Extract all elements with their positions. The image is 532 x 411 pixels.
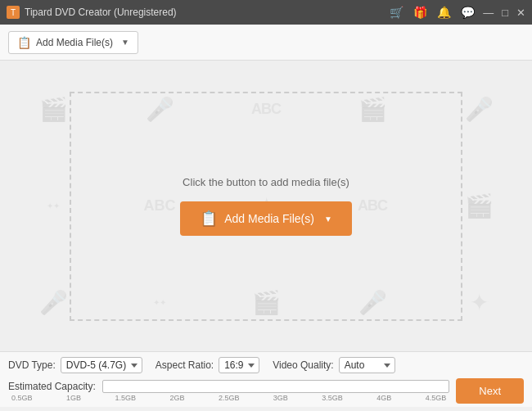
title-bar: T Tipard DVD Creator (Unregistered) 🛒 🎁 … xyxy=(0,0,532,25)
tick-3gb: 3GB xyxy=(273,394,288,402)
chat-icon[interactable]: 💬 xyxy=(461,6,475,19)
drop-zone: Click the button to add media file(s) 📋 … xyxy=(70,92,462,321)
app-title: Tipard DVD Creator (Unregistered) xyxy=(25,7,177,18)
maximize-button[interactable]: □ xyxy=(502,7,508,19)
capacity-section: Estimated Capacity: 0.5GB 1GB 1.5GB 2GB … xyxy=(8,380,449,402)
dvd-type-select[interactable]: DVD-5 (4.7G) DVD-9 (8.5G) xyxy=(61,357,142,373)
capacity-label: Estimated Capacity: xyxy=(8,381,96,392)
tick-0.5gb: 0.5GB xyxy=(11,394,33,402)
tick-1.5gb: 1.5GB xyxy=(115,394,136,402)
add-media-button[interactable]: 📋 Add Media File(s) ▼ xyxy=(8,31,138,54)
aspect-ratio-label: Aspect Ratio: xyxy=(156,359,214,371)
video-quality-label: Video Quality: xyxy=(273,359,334,371)
video-quality-group: Video Quality: Auto High Medium Low xyxy=(273,357,395,373)
drop-zone-text: Click the button to add media file(s) xyxy=(183,176,349,188)
gift-icon[interactable]: 🎁 xyxy=(413,6,427,19)
add-media-big-icon: 📋 xyxy=(200,210,218,228)
tick-3.5gb: 3.5GB xyxy=(322,394,343,402)
tick-1gb: 1GB xyxy=(66,394,81,402)
add-media-icon: 📋 xyxy=(17,36,31,49)
bottom-controls: Estimated Capacity: 0.5GB 1GB 1.5GB 2GB … xyxy=(8,378,524,404)
capacity-row: Estimated Capacity: xyxy=(8,380,449,393)
aspect-ratio-group: Aspect Ratio: 16:9 4:3 xyxy=(156,357,259,373)
add-media-big-label: Add Media File(s) xyxy=(224,212,314,225)
tick-2.5gb: 2.5GB xyxy=(219,394,240,402)
cart-icon[interactable]: 🛒 xyxy=(390,6,404,19)
add-media-big-button[interactable]: 📋 Add Media File(s) ▼ xyxy=(180,201,352,236)
toolbar: 📋 Add Media File(s) ▼ xyxy=(0,25,532,61)
title-bar-controls: — □ ✕ xyxy=(483,7,525,19)
settings-row: DVD Type: DVD-5 (4.7G) DVD-9 (8.5G) Aspe… xyxy=(8,357,524,373)
video-quality-select[interactable]: Auto High Medium Low xyxy=(339,357,395,373)
bell-icon[interactable]: 🔔 xyxy=(437,6,451,19)
bottom-bar: DVD Type: DVD-5 (4.7G) DVD-9 (8.5G) Aspe… xyxy=(0,351,532,407)
close-button[interactable]: ✕ xyxy=(516,7,525,19)
minimize-button[interactable]: — xyxy=(483,7,494,19)
next-button[interactable]: Next xyxy=(456,378,524,404)
dvd-type-label: DVD Type: xyxy=(8,359,56,371)
add-media-label: Add Media File(s) xyxy=(36,37,113,48)
tick-4.5gb: 4.5GB xyxy=(426,394,447,402)
dropdown-arrow-icon: ▼ xyxy=(121,38,129,47)
big-dropdown-arrow-icon: ▼ xyxy=(324,215,332,224)
aspect-ratio-select[interactable]: 16:9 4:3 xyxy=(219,357,259,373)
title-bar-left: T Tipard DVD Creator (Unregistered) xyxy=(7,6,177,19)
app-icon: T xyxy=(7,6,20,19)
main-content: 🎬 🎤 ABC 🎬 🎤 ✦✦ ABC ✦ ABC 🎬 🎤 ✦✦ 🎬 🎤 ✦ Cl… xyxy=(0,61,532,351)
capacity-bar xyxy=(102,380,450,393)
title-bar-icons: 🛒 🎁 🔔 💬 xyxy=(390,6,475,19)
capacity-tick-labels: 0.5GB 1GB 1.5GB 2GB 2.5GB 3GB 3.5GB 4GB … xyxy=(8,394,449,402)
dvd-type-group: DVD Type: DVD-5 (4.7G) DVD-9 (8.5G) xyxy=(8,357,142,373)
tick-2gb: 2GB xyxy=(169,394,184,402)
tick-4gb: 4GB xyxy=(376,394,391,402)
